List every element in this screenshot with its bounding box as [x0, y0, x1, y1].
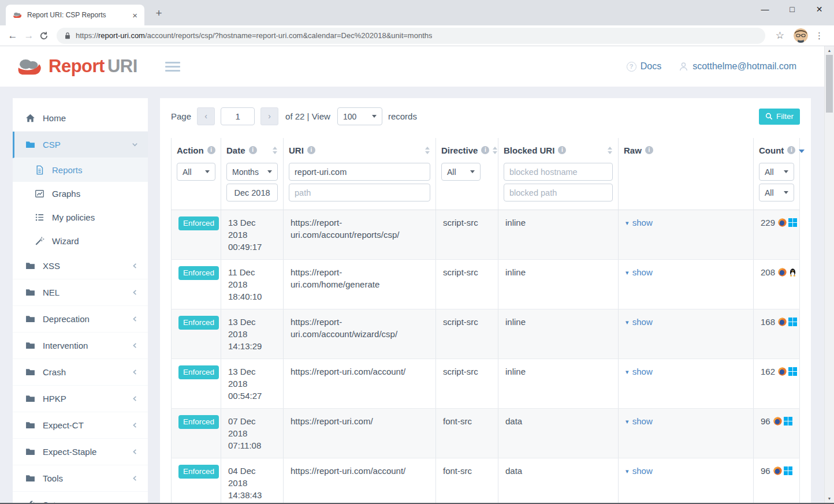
info-icon[interactable]: i — [249, 146, 257, 154]
col-label-uri[interactable]: URI — [289, 145, 304, 155]
uri-hostname-input[interactable] — [289, 163, 430, 181]
logo-text-report: Report — [49, 56, 105, 77]
raw-show-link[interactable]: ▾ show — [626, 317, 653, 327]
sidebar-item-setup[interactable]: Setup — [13, 492, 148, 504]
action-cell: Enforced — [171, 210, 221, 259]
blocked-uri-cell: inline — [498, 210, 618, 259]
forward-button[interactable]: → — [21, 30, 37, 42]
sidebar-item-tools[interactable]: Tools — [13, 465, 148, 492]
back-button[interactable]: ← — [5, 30, 21, 42]
chevron-left-icon — [131, 395, 139, 402]
table-row: Enforced11 Dec 201818:40:10https://repor… — [171, 259, 800, 309]
sidebar-item-crash[interactable]: Crash — [13, 359, 148, 386]
directive-cell: script-src — [435, 309, 498, 359]
caret-down-icon: ▾ — [626, 368, 629, 375]
browser-navbar: ← → https://report-uri.com/account/repor… — [0, 25, 834, 46]
raw-show-link[interactable]: ▾ show — [626, 367, 653, 376]
col-label-date[interactable]: Date — [226, 145, 245, 155]
docs-link[interactable]: ? Docs — [627, 61, 661, 72]
raw-show-link[interactable]: ▾ show — [626, 466, 653, 476]
scrollbar-thumb[interactable] — [826, 55, 833, 113]
sidebar-item-intervention[interactable]: Intervention — [13, 333, 148, 359]
window-close-button[interactable]: ✕ — [806, 0, 833, 19]
uri-path-input[interactable] — [289, 184, 430, 201]
blocked-hostname-input[interactable] — [504, 163, 613, 181]
directive-filter-select[interactable]: All — [441, 163, 481, 181]
prev-page-button[interactable]: ‹ — [197, 107, 215, 125]
browser-menu-icon[interactable]: ⋮ — [815, 31, 824, 41]
info-icon[interactable]: i — [558, 146, 566, 154]
uri-cell: https://report-uri.com/account/ — [283, 458, 435, 504]
reload-button[interactable] — [39, 31, 49, 40]
url-text: https://report-uri.com/account/reports/c… — [76, 31, 432, 40]
enforced-badge: Enforced — [178, 266, 219, 280]
sidebar-item-label: Home — [43, 113, 66, 123]
window-maximize-button[interactable]: □ — [779, 0, 806, 19]
col-label-action[interactable]: Action — [177, 145, 204, 155]
blocked-uri-cell: inline — [498, 309, 618, 359]
col-label-count[interactable]: Count — [759, 145, 784, 155]
col-label-blocked-uri[interactable]: Blocked URI — [504, 145, 554, 155]
info-icon[interactable]: i — [307, 146, 315, 154]
directive-cell: script-src — [435, 210, 498, 259]
sort-desc-icon[interactable] — [799, 150, 805, 153]
table-row: Enforced13 Dec 201814:13:29https://repor… — [171, 309, 800, 359]
action-cell: Enforced — [171, 359, 221, 408]
filter-button[interactable]: Filter — [759, 109, 800, 125]
info-icon[interactable]: i — [787, 146, 795, 154]
sidebar-item-graphs[interactable]: Graphs — [13, 182, 148, 206]
raw-show-link[interactable]: ▾ show — [626, 416, 653, 426]
sidebar-item-csp[interactable]: CSP — [13, 132, 148, 158]
raw-show-link[interactable]: ▾ show — [626, 218, 653, 227]
sort-icon[interactable] — [608, 147, 613, 154]
firefox-icon — [778, 268, 787, 277]
records-per-page-select[interactable]: 100 — [337, 107, 382, 125]
date-filter-input[interactable] — [226, 184, 278, 201]
col-header-uri: URI i — [283, 138, 435, 210]
caret-down-icon: ▾ — [626, 418, 629, 425]
sort-icon[interactable] — [273, 147, 278, 154]
info-icon[interactable]: i — [481, 146, 489, 154]
sidebar-item-my-policies[interactable]: My policies — [13, 206, 148, 229]
bookmark-star-icon[interactable]: ☆ — [776, 29, 784, 42]
sidebar-item-xss[interactable]: XSS — [13, 253, 148, 279]
windows-icon — [788, 218, 797, 227]
sidebar-item-deprecation[interactable]: Deprecation — [13, 306, 148, 333]
count-value: 96 — [761, 416, 770, 426]
sidebar-item-expect-ct[interactable]: Expect-CT — [13, 412, 148, 439]
col-label-raw[interactable]: Raw — [624, 145, 642, 155]
date-cell: 04 Dec 201814:38:43 — [221, 458, 283, 504]
browser-tab[interactable]: Report URI: CSP Reports × — [6, 5, 144, 25]
action-filter-select[interactable]: All — [177, 163, 215, 181]
col-label-directive[interactable]: Directive — [441, 145, 478, 155]
count-filter-select-2[interactable]: All — [759, 184, 794, 201]
new-tab-button[interactable]: + — [151, 6, 166, 21]
report-uri-logo[interactable]: Report URI — [16, 56, 137, 77]
raw-show-link[interactable]: ▾ show — [626, 267, 653, 277]
blocked-path-input[interactable] — [504, 184, 613, 201]
page-scrollbar[interactable]: ▲ ▼ — [824, 46, 834, 504]
info-icon[interactable]: i — [207, 146, 215, 154]
next-page-button[interactable]: › — [260, 107, 278, 125]
url-bar[interactable]: https://report-uri.com/account/reports/c… — [57, 28, 765, 44]
hamburger-menu-icon[interactable] — [165, 62, 180, 72]
count-filter-select-1[interactable]: All — [759, 163, 794, 181]
sidebar-item-wizard[interactable]: Wizard — [13, 229, 148, 253]
info-icon[interactable]: i — [645, 146, 653, 154]
caret-down-icon: ▾ — [626, 468, 629, 475]
scroll-up-icon[interactable]: ▲ — [825, 46, 834, 55]
sidebar-item-hpkp[interactable]: HPKP — [13, 386, 148, 412]
tab-close-icon[interactable]: × — [130, 11, 140, 20]
scroll-down-icon[interactable]: ▼ — [825, 494, 834, 503]
sidebar-item-nel[interactable]: NEL — [13, 279, 148, 306]
sidebar-item-reports[interactable]: Reports — [13, 158, 148, 182]
window-minimize-button[interactable]: — — [751, 0, 779, 19]
page-number-input[interactable] — [221, 107, 255, 125]
sidebar-item-home[interactable]: Home — [13, 105, 148, 132]
account-link[interactable]: scotthelme@hotmail.com — [679, 61, 796, 72]
sort-icon[interactable] — [425, 147, 430, 154]
enforced-badge: Enforced — [178, 465, 219, 479]
date-unit-select[interactable]: Months — [226, 163, 278, 181]
profile-avatar[interactable] — [794, 28, 808, 43]
sidebar-item-expect-staple[interactable]: Expect-Staple — [13, 439, 148, 465]
